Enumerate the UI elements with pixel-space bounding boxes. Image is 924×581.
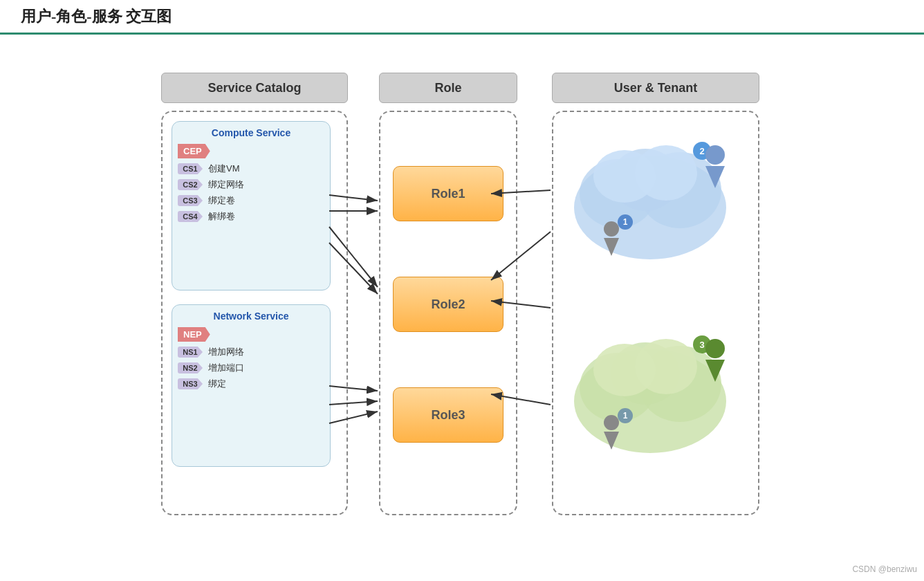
green-badge-2: 1: [618, 408, 633, 423]
top-bar: 用户-角色-服务 交互图: [0, 0, 924, 35]
role2-label: Role2: [431, 297, 465, 312]
ns3-label: 绑定: [208, 378, 226, 390]
compute-service-group: Compute Service CEP CS1 创建VM CS2 绑定网络 CS…: [172, 121, 331, 290]
ns3-tag: NS3: [178, 378, 203, 389]
cs3-label: 绑定卷: [208, 194, 235, 207]
service-catalog-label: Service Catalog: [207, 81, 301, 95]
role1-label: Role1: [431, 187, 465, 201]
user-tenant-header: User & Tenant: [552, 73, 759, 103]
blue-cloud-group: 1 2: [562, 131, 739, 277]
page-title: 用户-角色-服务 交互图: [21, 6, 172, 27]
svg-point-11: [593, 344, 656, 396]
diagram-area: Service Catalog Role User & Tenant Compu…: [0, 35, 924, 581]
nep-badge: NEP: [178, 327, 210, 342]
cs4-item: CS4 解绑卷: [178, 210, 324, 223]
cs3-tag: CS3: [178, 195, 203, 206]
ns1-tag: NS1: [178, 347, 203, 358]
role2-box: Role2: [393, 277, 503, 332]
ns3-item: NS3 绑定: [178, 378, 324, 390]
svg-point-5: [593, 150, 656, 203]
ns2-label: 增加端口: [208, 362, 244, 374]
role1-box: Role1: [393, 166, 503, 221]
cs4-label: 解绑卷: [208, 210, 235, 223]
role3-box: Role3: [393, 387, 503, 443]
ns1-item: NS1 增加网络: [178, 346, 324, 358]
ns1-label: 增加网络: [208, 346, 244, 358]
watermark: CSDN @benziwu: [852, 564, 917, 574]
cs1-label: 创建VM: [208, 163, 240, 175]
cs2-tag: CS2: [178, 179, 203, 190]
ns2-tag: NS2: [178, 362, 203, 374]
role-label: Role: [434, 81, 461, 95]
green-person-1: 1: [604, 415, 619, 450]
user-tenant-label: User & Tenant: [614, 81, 698, 95]
user-tenant-container: 1 2: [552, 111, 759, 515]
blue-badge-1: 1: [618, 214, 633, 230]
cs2-label: 绑定网络: [208, 178, 244, 191]
cs3-item: CS3 绑定卷: [178, 194, 324, 207]
cs4-tag: CS4: [178, 211, 203, 222]
network-service-title: Network Service: [178, 311, 324, 322]
cs2-item: CS2 绑定网络: [178, 178, 324, 191]
role3-label: Role3: [431, 408, 465, 423]
cs1-item: CS1 创建VM: [178, 163, 324, 175]
network-service-group: Network Service NEP NS1 增加网络 NS2 增加端口 NS…: [172, 304, 331, 467]
cs1-tag: CS1: [178, 163, 203, 174]
service-catalog-header: Service Catalog: [161, 73, 348, 103]
blue-person-2: [705, 145, 725, 188]
green-person-2: [705, 339, 725, 382]
role-header: Role: [379, 73, 517, 103]
role-items-container: Role1 Role2 Role3: [379, 111, 517, 515]
diagram-container: Service Catalog Role User & Tenant Compu…: [151, 73, 773, 543]
green-cloud-group: 1 3: [562, 325, 739, 470]
blue-person-1: 1: [604, 221, 619, 256]
cep-badge: CEP: [178, 144, 210, 158]
ns2-item: NS2 增加端口: [178, 362, 324, 374]
compute-service-title: Compute Service: [178, 127, 324, 138]
